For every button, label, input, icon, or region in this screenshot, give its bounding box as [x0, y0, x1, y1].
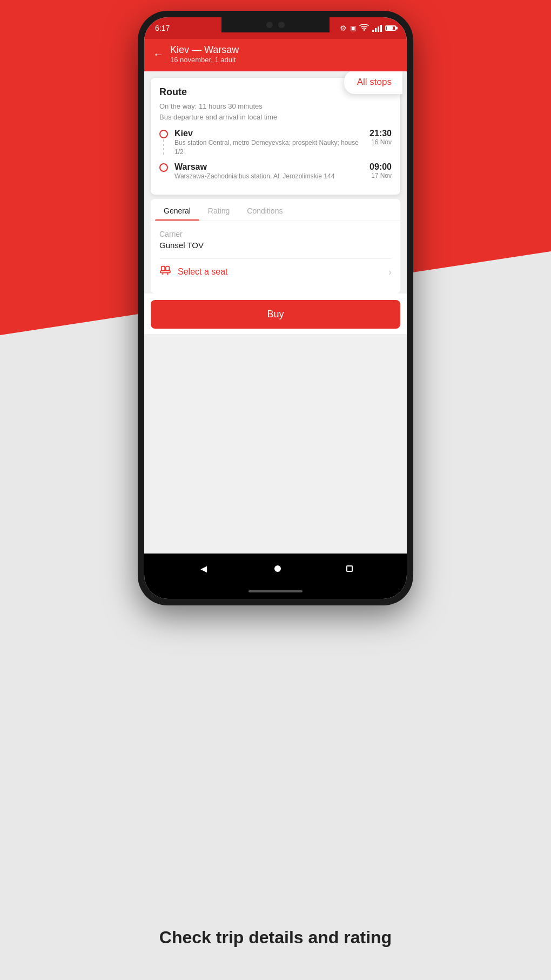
stop-address-kiev: Bus station Central, metro Demeyevska; p… — [174, 138, 363, 157]
header-text-block: Kiev — Warsaw 16 november, 1 adult — [170, 44, 398, 64]
svg-rect-0 — [162, 266, 165, 271]
tabs-row: General Rating Conditions — [151, 199, 400, 221]
tab-conditions[interactable]: Conditions — [238, 199, 291, 221]
stop-name-warsaw: Warsaw — [174, 162, 363, 172]
route-card: All stops Route On the way: 11 hours 30 … — [151, 78, 400, 195]
tabs-container: General Rating Conditions — [151, 199, 400, 221]
trip-title: Kiev — Warsaw — [170, 44, 398, 56]
app-header: ← Kiev — Warsaw 16 november, 1 adult — [144, 39, 407, 71]
screen-content: All stops Route On the way: 11 hours 30 … — [144, 71, 407, 554]
wifi-icon — [359, 24, 369, 32]
stop-time-warsaw: 09:00 17 Nov — [369, 162, 392, 179]
all-stops-label: All stops — [357, 77, 392, 87]
sim-icon: ▣ — [350, 24, 356, 32]
bottom-navigation: ◄ — [144, 554, 407, 584]
carrier-name: Gunsel TOV — [159, 241, 392, 250]
carrier-label: Carrier — [159, 230, 392, 238]
stop-info-kiev: Kiev Bus station Central, metro Demeyevs… — [174, 129, 363, 157]
caption-text: Check trip details and rating — [159, 928, 392, 947]
svg-rect-1 — [166, 266, 169, 271]
status-icons: ⚙ ▣ — [340, 24, 396, 32]
stop-item-kiev: Kiev Bus station Central, metro Demeyevs… — [159, 129, 392, 157]
nav-recents-button[interactable] — [346, 565, 353, 572]
phone-screen: 6:17 ⚙ ▣ — [144, 17, 407, 599]
select-seat-row[interactable]: Select a seat › — [159, 258, 392, 285]
stop-name-kiev: Kiev — [174, 129, 363, 138]
status-time: 6:17 — [155, 24, 170, 32]
nav-home-button[interactable] — [274, 565, 281, 572]
all-stops-button[interactable]: All stops — [344, 71, 402, 94]
trip-subtitle: 16 november, 1 adult — [170, 56, 398, 64]
stop-item-warsaw: Warsaw Warszawa-Zachodnia bus station, A… — [159, 162, 392, 181]
settings-icon: ⚙ — [340, 24, 347, 32]
stop-info-warsaw: Warsaw Warszawa-Zachodnia bus station, A… — [174, 162, 363, 181]
bottom-indicator — [248, 590, 303, 592]
camera-dot-2 — [278, 22, 285, 28]
tab-content-general: Carrier Gunsel TOV — [151, 221, 400, 294]
stops-list: Kiev Bus station Central, metro Demeyevs… — [159, 129, 392, 181]
stop-address-warsaw: Warszawa-Zachodnia bus station, Al. Jero… — [174, 172, 363, 181]
camera-dot-1 — [266, 22, 273, 28]
buy-area: Buy — [144, 294, 407, 334]
page-caption: Check trip details and rating — [0, 928, 551, 948]
camera-bar — [221, 17, 330, 32]
buy-button[interactable]: Buy — [151, 300, 400, 329]
seat-icon — [159, 264, 171, 279]
stop-circle-warsaw — [159, 163, 168, 172]
stop-circle-kiev — [159, 130, 168, 138]
on-the-way: On the way: 11 hours 30 minutes — [159, 101, 392, 112]
nav-back-button[interactable]: ◄ — [198, 563, 209, 575]
phone-bottom-bar — [144, 584, 407, 599]
stop-indicator-kiev — [159, 130, 168, 156]
tab-rating[interactable]: Rating — [199, 199, 238, 221]
stop-indicator-warsaw — [159, 163, 168, 172]
tab-general[interactable]: General — [155, 199, 199, 221]
svg-rect-2 — [160, 271, 170, 273]
local-time-note: Bus departure and arrival in local time — [159, 112, 392, 123]
signal-icon — [372, 24, 382, 32]
chevron-right-icon: › — [388, 266, 392, 278]
back-button[interactable]: ← — [153, 48, 164, 61]
phone-device: 6:17 ⚙ ▣ — [138, 11, 413, 605]
select-seat-text: Select a seat — [178, 267, 388, 277]
battery-icon — [385, 25, 396, 31]
stop-time-kiev: 21:30 16 Nov — [369, 129, 392, 146]
stop-line — [163, 139, 164, 156]
